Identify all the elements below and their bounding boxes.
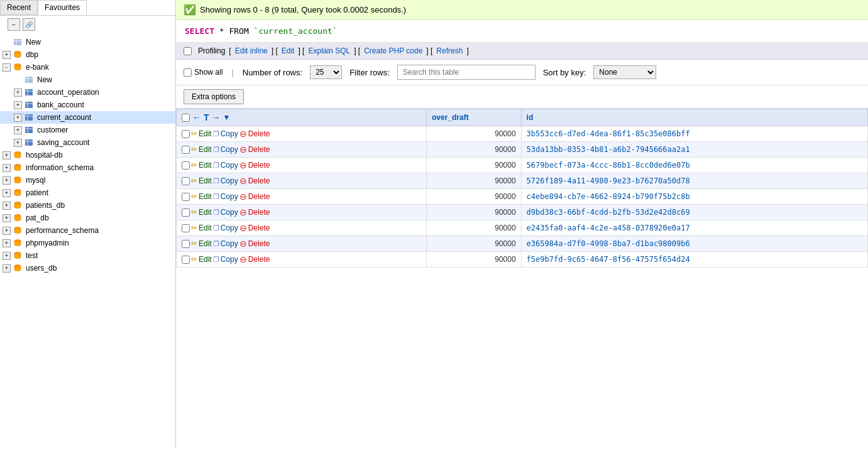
sidebar-item-phpmyadmin[interactable]: +phpmyadmin bbox=[0, 237, 175, 249]
table-container: ← T → ▼ over_draft id ✏ Edit❐ Copy⊖ D bbox=[176, 109, 868, 268]
sidebar-item-test[interactable]: +test bbox=[0, 249, 175, 262]
sidebar-item-information_schema[interactable]: +information_schema bbox=[0, 161, 175, 174]
edit-button-8[interactable]: ✏ Edit bbox=[191, 255, 212, 264]
edit-button-6[interactable]: ✏ Edit bbox=[191, 224, 212, 232]
copy-button-7[interactable]: ❐ Copy bbox=[213, 239, 238, 248]
row-checkbox-7[interactable] bbox=[182, 240, 190, 248]
edit-button-7[interactable]: ✏ Edit bbox=[191, 239, 212, 248]
copy-button-3[interactable]: ❐ Copy bbox=[213, 176, 238, 185]
row-checkbox-8[interactable] bbox=[182, 256, 190, 264]
tree-label-performance_schema: performance_schema bbox=[26, 226, 99, 235]
tree-toggle-information_schema[interactable]: + bbox=[3, 164, 11, 172]
sidebar-item-bank_account[interactable]: +bank_account bbox=[0, 99, 175, 111]
delete-button-5[interactable]: ⊖ Delete bbox=[239, 207, 270, 217]
id-sort-link[interactable]: id bbox=[527, 113, 534, 122]
tree-toggle-bank_account[interactable]: + bbox=[14, 101, 22, 109]
over-draft-sort-link[interactable]: over_draft bbox=[432, 113, 469, 122]
copy-button-2[interactable]: ❐ Copy bbox=[213, 161, 238, 170]
tree-toggle-patients_db[interactable]: + bbox=[3, 202, 11, 210]
tree-toggle-e-bank[interactable]: - bbox=[3, 63, 11, 72]
tree-toggle-current_account[interactable]: + bbox=[14, 114, 22, 122]
tree-toggle-hospital-db[interactable]: + bbox=[3, 151, 11, 160]
copy-button-8[interactable]: ❐ Copy bbox=[213, 255, 238, 264]
search-input[interactable] bbox=[397, 65, 536, 80]
arrow-right-icon[interactable]: → bbox=[212, 112, 221, 122]
copy-button-4[interactable]: ❐ Copy bbox=[213, 192, 238, 201]
delete-button-3[interactable]: ⊖ Delete bbox=[239, 176, 270, 186]
row-checkbox-2[interactable] bbox=[182, 161, 190, 170]
show-all-checkbox[interactable] bbox=[184, 68, 192, 77]
profiling-explain-sql-link[interactable]: Explain SQL bbox=[308, 46, 350, 55]
profiling-edit-link[interactable]: Edit bbox=[282, 46, 295, 55]
tree-toggle-performance_schema[interactable]: + bbox=[3, 227, 11, 235]
sidebar-item-pat_db[interactable]: +pat_db bbox=[0, 212, 175, 224]
delete-button-7[interactable]: ⊖ Delete bbox=[239, 239, 270, 249]
sidebar-item-new-top[interactable]: New bbox=[0, 36, 175, 48]
edit-button-3[interactable]: ✏ Edit bbox=[191, 176, 212, 185]
row-checkbox-6[interactable] bbox=[182, 224, 190, 232]
sidebar-link-btn[interactable]: 🔗 bbox=[23, 18, 35, 31]
copy-button-0[interactable]: ❐ Copy bbox=[213, 129, 238, 138]
tree-toggle-saving_account[interactable]: + bbox=[14, 139, 22, 147]
delete-button-1[interactable]: ⊖ Delete bbox=[239, 144, 270, 154]
sidebar-item-account_operation[interactable]: +account_operation bbox=[0, 86, 175, 99]
sidebar-item-hospital-db[interactable]: +hospital-db bbox=[0, 149, 175, 161]
tree-toggle-account_operation[interactable]: + bbox=[14, 89, 22, 97]
sidebar-item-performance_schema[interactable]: +performance_schema bbox=[0, 224, 175, 237]
delete-button-6[interactable]: ⊖ Delete bbox=[239, 223, 270, 233]
sidebar-item-mysql[interactable]: +mysql bbox=[0, 174, 175, 187]
tab-favourites[interactable]: Favourites bbox=[38, 0, 87, 15]
profiling-edit-inline-link[interactable]: Edit inline bbox=[235, 46, 268, 55]
extra-options-button[interactable]: Extra options bbox=[184, 89, 244, 104]
sidebar-item-ebank-new[interactable]: New bbox=[0, 73, 175, 86]
tree-toggle-users_db[interactable]: + bbox=[3, 264, 11, 273]
tree-toggle-pat_db[interactable]: + bbox=[3, 214, 11, 222]
sort-by-key-select[interactable]: None bbox=[593, 65, 656, 79]
delete-button-2[interactable]: ⊖ Delete bbox=[239, 160, 270, 170]
delete-button-0[interactable]: ⊖ Delete bbox=[239, 129, 270, 139]
tree-toggle-test[interactable]: + bbox=[3, 252, 11, 260]
sidebar-collapse-btn[interactable]: − bbox=[8, 18, 20, 31]
profiling-create-php-link[interactable]: Create PHP code bbox=[364, 46, 422, 55]
copy-button-6[interactable]: ❐ Copy bbox=[213, 224, 238, 232]
edit-button-4[interactable]: ✏ Edit bbox=[191, 192, 212, 201]
tree-toggle-mysql[interactable]: + bbox=[3, 176, 11, 185]
sort-down-icon[interactable]: ▼ bbox=[223, 113, 231, 122]
cell-id-7: e365984a-d7f0-4998-8ba7-d1bac98009b6 bbox=[521, 236, 867, 252]
tree-toggle-dbp[interactable]: + bbox=[3, 51, 11, 59]
sidebar-item-e-bank[interactable]: -e-bank bbox=[0, 61, 175, 73]
row-checkbox-3[interactable] bbox=[182, 177, 190, 185]
rows-per-page-select[interactable]: 25 50 100 250 bbox=[310, 65, 342, 79]
sidebar-item-users_db[interactable]: +users_db bbox=[0, 262, 175, 274]
delete-button-8[interactable]: ⊖ Delete bbox=[239, 254, 270, 264]
sidebar-item-patient[interactable]: +patient bbox=[0, 187, 175, 199]
select-all-checkbox[interactable] bbox=[182, 114, 190, 122]
sidebar-item-current_account[interactable]: +current_account bbox=[0, 111, 175, 124]
sidebar-item-saving_account[interactable]: +saving_account bbox=[0, 136, 175, 149]
row-checkbox-4[interactable] bbox=[182, 193, 190, 201]
delete-button-4[interactable]: ⊖ Delete bbox=[239, 192, 270, 202]
tab-recent[interactable]: Recent bbox=[0, 0, 38, 15]
row-checkbox-0[interactable] bbox=[182, 130, 190, 138]
tree-toggle-patient[interactable]: + bbox=[3, 189, 11, 197]
sidebar-item-customer[interactable]: +customer bbox=[0, 124, 175, 136]
tree-toggle-customer[interactable]: + bbox=[14, 126, 22, 134]
row-checkbox-5[interactable] bbox=[182, 208, 190, 217]
cell-over-draft-4: 90000 bbox=[426, 189, 521, 205]
th-over-draft[interactable]: over_draft bbox=[426, 109, 521, 126]
profiling-refresh-link[interactable]: Refresh bbox=[436, 46, 463, 55]
profiling-checkbox[interactable] bbox=[184, 47, 192, 55]
show-all-label[interactable]: Show all bbox=[184, 68, 222, 77]
edit-button-0[interactable]: ✏ Edit bbox=[191, 129, 212, 138]
edit-button-5[interactable]: ✏ Edit bbox=[191, 208, 212, 217]
tree-toggle-phpmyadmin[interactable]: + bbox=[3, 239, 11, 247]
sidebar-item-patients_db[interactable]: +patients_db bbox=[0, 199, 175, 212]
copy-button-5[interactable]: ❐ Copy bbox=[213, 208, 238, 217]
copy-button-1[interactable]: ❐ Copy bbox=[213, 145, 238, 154]
th-id[interactable]: id bbox=[521, 109, 867, 126]
edit-button-1[interactable]: ✏ Edit bbox=[191, 145, 212, 154]
row-checkbox-1[interactable] bbox=[182, 146, 190, 154]
edit-button-2[interactable]: ✏ Edit bbox=[191, 161, 212, 170]
sidebar-item-dbp[interactable]: +dbp bbox=[0, 48, 175, 61]
arrow-left-icon[interactable]: ← bbox=[192, 112, 201, 122]
